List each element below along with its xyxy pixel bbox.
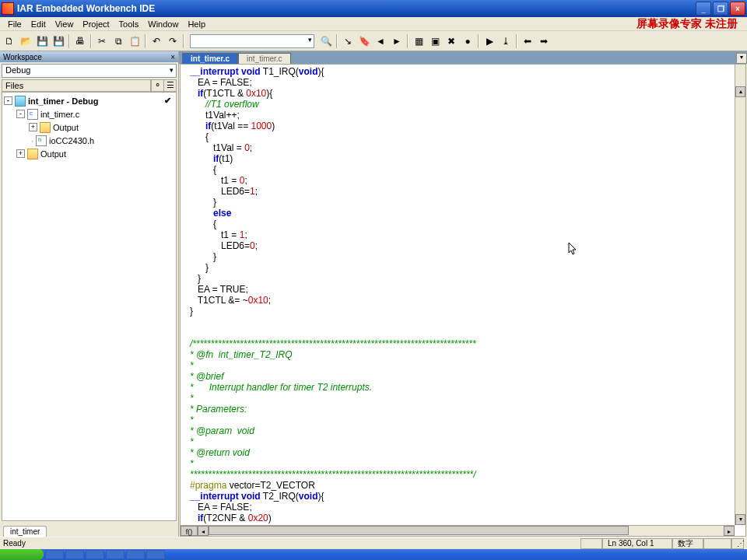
workspace-tabs: int_timer (0, 523, 178, 537)
root-label: int_timer - Debug (28, 96, 98, 106)
new-file-button[interactable]: 🗋 (2, 33, 17, 49)
toolbar-separator (68, 34, 70, 48)
nav-back-button[interactable]: ⬅ (520, 33, 535, 49)
code-editor[interactable]: __interrupt void T1_IRQ(void){ EA = FALS… (180, 64, 746, 537)
toolbar: 🗋 📂 💾 💾 🖶 ✂ ⧉ 📋 ↶ ↷ 🔍 ↘ 🔖 ◄ ► ▦ ▣ ✖ ● ▶ … (0, 31, 747, 51)
editor-area: int_timer.c int_timer.c ▾ __interrupt vo… (179, 51, 747, 537)
find-button[interactable]: 🔍 (318, 33, 334, 49)
project-tree[interactable]: - int_timer - Debug ✔ -int_timer.c+Outpu… (2, 92, 177, 521)
editor-tab-active[interactable]: int_timer.c (182, 53, 238, 64)
vertical-scrollbar[interactable]: ▴ ▾ (735, 65, 745, 525)
menu-window[interactable]: Window (143, 19, 183, 30)
expand-icon[interactable]: - (16, 110, 25, 118)
tab-scroll-button[interactable]: ▾ (736, 53, 747, 64)
redo-button[interactable]: ↷ (165, 33, 181, 49)
menu-view[interactable]: View (51, 19, 79, 30)
prev-bookmark-button[interactable]: ◄ (373, 33, 388, 49)
toolbar-separator (336, 34, 338, 48)
stop-build-button[interactable]: ✖ (444, 33, 459, 49)
window-title: IAR Embedded Workbench IDE (17, 3, 696, 14)
print-button[interactable]: 🖶 (72, 33, 88, 49)
workspace-header: Files ⚬ ☰ (2, 79, 177, 92)
expand-icon[interactable]: - (4, 96, 12, 105)
tree-item[interactable]: +Output (4, 147, 174, 160)
minimize-button[interactable]: _ (696, 2, 711, 16)
taskbar-item[interactable] (126, 550, 145, 559)
open-file-button[interactable]: 📂 (18, 33, 33, 49)
app-icon (2, 2, 14, 15)
taskbar[interactable] (0, 549, 747, 560)
cut-button[interactable]: ✂ (94, 33, 110, 49)
debug-no-download-button[interactable]: ⤓ (498, 33, 514, 49)
debug-button[interactable]: ▶ (482, 33, 497, 49)
resize-grip[interactable]: ⋰ (731, 538, 744, 549)
close-button[interactable]: × (730, 2, 745, 16)
toolbar-separator (183, 34, 184, 48)
search-combo[interactable] (190, 34, 314, 48)
undo-button[interactable]: ↶ (149, 33, 164, 49)
config-combo[interactable]: Debug (2, 64, 177, 78)
toggle-breakpoint-button[interactable]: ● (460, 33, 475, 49)
tree-label: int_timer.c (40, 110, 79, 119)
scroll-right-button[interactable]: ▸ (724, 526, 735, 536)
menu-edit[interactable]: Edit (26, 19, 51, 30)
taskbar-item[interactable] (106, 550, 124, 559)
tree-item[interactable]: ·ioCC2430.h (4, 134, 174, 147)
tree-label: Output (53, 123, 79, 132)
compile-button[interactable]: ▦ (411, 33, 426, 49)
status-position: Ln 360, Col 1 (602, 538, 672, 549)
toolbar-separator (516, 34, 517, 48)
menu-file[interactable]: File (3, 19, 26, 30)
scroll-track[interactable] (735, 75, 745, 514)
toolbar-separator (407, 34, 409, 48)
workspace-title-bar: Workspace × (0, 51, 178, 62)
nav-fwd-button[interactable]: ➡ (536, 33, 552, 49)
code-content[interactable]: __interrupt void T1_IRQ(void){ EA = FALS… (190, 66, 745, 523)
workspace-tab[interactable]: int_timer (3, 526, 47, 537)
taskbar-item[interactable] (65, 550, 84, 559)
tree-dot: · (29, 136, 36, 145)
horizontal-scrollbar[interactable]: f() ◂ ▸ (181, 525, 735, 536)
expand-icon[interactable]: + (16, 149, 25, 158)
taskbar-item[interactable] (45, 550, 64, 559)
files-column[interactable]: Files (2, 80, 151, 91)
tree-item[interactable]: +Output (4, 121, 174, 134)
tree-item[interactable]: -int_timer.c (4, 107, 174, 121)
save-all-button[interactable]: 💾 (51, 33, 66, 49)
workspace-panel: Workspace × Debug Files ⚬ ☰ - int_timer … (0, 51, 179, 537)
taskbar-item[interactable] (86, 550, 104, 559)
status-bar: Ready Ln 360, Col 1 数字 ⋰ (0, 537, 747, 549)
maximize-button[interactable]: ❐ (713, 2, 728, 16)
toolbar-separator (145, 34, 146, 48)
toolbar-separator (90, 34, 92, 48)
tree-root[interactable]: - int_timer - Debug ✔ (4, 94, 174, 107)
scroll-track[interactable] (629, 526, 724, 536)
func-nav-button[interactable]: f() (181, 526, 198, 536)
scroll-left-button[interactable]: ◂ (198, 526, 209, 536)
title-bar: IAR Embedded Workbench IDE _ ❐ × (0, 0, 747, 17)
col-btn-1[interactable]: ⚬ (151, 80, 163, 91)
watermark-text: 屏幕录像专家 未注册 (637, 17, 744, 31)
expand-icon[interactable]: + (29, 123, 37, 131)
editor-tab[interactable]: int_timer.c (238, 53, 291, 64)
workspace-close-button[interactable]: × (170, 53, 175, 61)
status-cell (580, 538, 602, 549)
menu-project[interactable]: Project (78, 19, 114, 30)
paste-button[interactable]: 📋 (127, 33, 142, 49)
taskbar-item[interactable] (146, 550, 165, 559)
next-bookmark-button[interactable]: ► (389, 33, 405, 49)
save-button[interactable]: 💾 (34, 33, 50, 49)
scroll-down-button[interactable]: ▾ (735, 514, 745, 525)
scroll-thumb[interactable] (209, 526, 629, 535)
goto-button[interactable]: ↘ (340, 33, 356, 49)
copy-button[interactable]: ⧉ (110, 33, 126, 49)
start-button[interactable] (0, 549, 44, 560)
col-btn-2[interactable]: ☰ (163, 80, 176, 91)
menu-tools[interactable]: Tools (114, 19, 144, 30)
make-button[interactable]: ▣ (427, 33, 443, 49)
window-buttons: _ ❐ × (696, 2, 745, 16)
menu-help[interactable]: Help (183, 19, 210, 30)
bookmark-button[interactable]: 🔖 (356, 33, 372, 49)
tree-label: Output (40, 149, 66, 159)
client-area: Workspace × Debug Files ⚬ ☰ - int_timer … (0, 51, 747, 537)
